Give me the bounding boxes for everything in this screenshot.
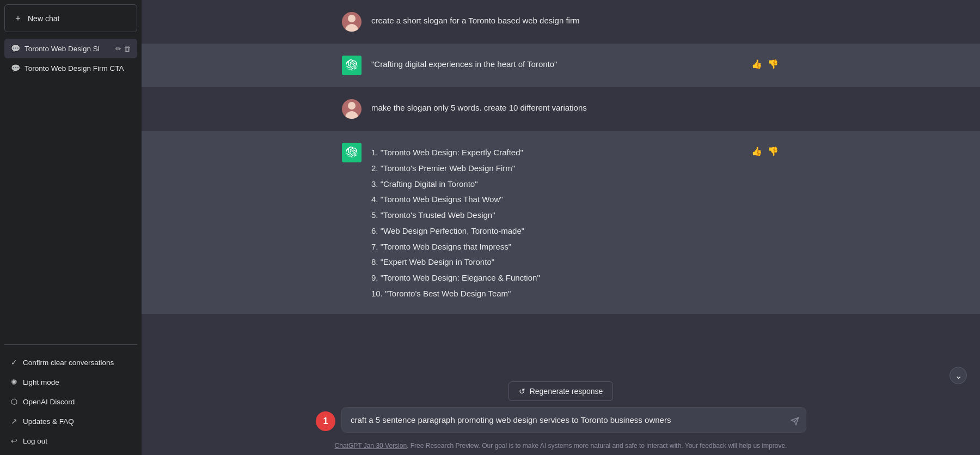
- chat-area: create a short slogan for a Toronto base…: [142, 0, 980, 375]
- delete-icon[interactable]: 🗑: [124, 45, 131, 53]
- chat-actions: ✏ 🗑: [115, 45, 131, 53]
- updates-faq-action[interactable]: ↗ Updates & FAQ: [4, 411, 137, 431]
- slogan-item-8: 8. "Expert Web Design in Toronto": [371, 254, 780, 270]
- light-mode-action[interactable]: ✺ Light mode: [4, 372, 137, 392]
- new-chat-label: New chat: [28, 14, 59, 23]
- slogan-item-9: 9. "Toronto Web Design: Elegance & Funct…: [371, 270, 780, 286]
- chat1-label: Toronto Web Design Sl: [24, 45, 111, 53]
- input-row: 1: [316, 408, 806, 439]
- thumbs-up-button-1[interactable]: 👍: [750, 58, 763, 70]
- thumbs-down-button-1[interactable]: 👎: [767, 58, 780, 70]
- chat-input-wrapper: [342, 408, 806, 434]
- sidebar: ＋ New chat 💬 Toronto Web Design Sl ✏ 🗑 💬…: [0, 0, 142, 455]
- thumbs-up-button-2[interactable]: 👍: [750, 145, 763, 157]
- message-row-assistant1: "Crafting digital experiences in the hea…: [142, 44, 980, 87]
- regenerate-label: Regenerate response: [530, 387, 603, 396]
- message-row-assistant2: 1. "Toronto Web Design: Expertly Crafted…: [142, 131, 980, 314]
- chat-input[interactable]: [342, 408, 806, 432]
- slogan-item-5: 5. "Toronto's Trusted Web Design": [371, 208, 780, 223]
- gpt-avatar: [342, 56, 362, 75]
- message-text-user2: make the slogan only 5 words. create 10 …: [371, 99, 780, 115]
- regenerate-row: ↺ Regenerate response: [168, 381, 954, 401]
- message-actions-1: 👍 👎: [750, 58, 780, 70]
- discord-label: OpenAI Discord: [23, 398, 75, 406]
- sun-icon: ✺: [11, 378, 17, 386]
- discord-icon: ⬡: [11, 397, 17, 406]
- message-actions-2: 👍 👎: [750, 145, 780, 157]
- user-avatar-2: [342, 99, 362, 119]
- slogan-item-10: 10. "Toronto's Best Web Design Team": [371, 286, 780, 302]
- thumbs-down-button-2[interactable]: 👎: [767, 145, 780, 157]
- scroll-to-bottom-button[interactable]: ⌄: [950, 367, 967, 384]
- slogan-item-1: 1. "Toronto Web Design: Expertly Crafted…: [371, 145, 780, 161]
- logout-icon: ↩: [11, 436, 17, 445]
- slogan-item-2: 2. "Toronto's Premier Web Design Firm": [371, 161, 780, 177]
- light-mode-label: Light mode: [23, 378, 59, 386]
- slogan-item-3: 3. "Crafting Digital in Toronto": [371, 177, 780, 192]
- regenerate-button[interactable]: ↺ Regenerate response: [509, 381, 614, 401]
- sidebar-bottom: ✓ Confirm clear conversations ✺ Light mo…: [0, 348, 142, 455]
- checkmark-icon: ✓: [11, 358, 17, 367]
- user-badge: 1: [316, 411, 335, 431]
- message-row-user1: create a short slogan for a Toronto base…: [142, 0, 980, 44]
- message-text-user1: create a short slogan for a Toronto base…: [371, 12, 780, 28]
- plus-icon: ＋: [14, 13, 22, 24]
- confirm-clear-action[interactable]: ✓ Confirm clear conversations: [4, 353, 137, 372]
- new-chat-button[interactable]: ＋ New chat: [4, 4, 137, 32]
- discord-action[interactable]: ⬡ OpenAI Discord: [4, 392, 137, 411]
- slogan-item-4: 4. "Toronto Web Designs That Wow": [371, 192, 780, 208]
- updates-faq-label: Updates & FAQ: [23, 417, 74, 426]
- message-text-assistant1: "Crafting digital experiences in the hea…: [371, 56, 780, 71]
- external-link-icon: ↗: [11, 417, 17, 426]
- send-button[interactable]: [791, 417, 799, 426]
- main-area: create a short slogan for a Toronto base…: [142, 0, 980, 455]
- message-row-user2: make the slogan only 5 words. create 10 …: [142, 87, 980, 131]
- sidebar-divider: [4, 344, 137, 345]
- chat-icon: 💬: [11, 44, 20, 53]
- chat-list: 💬 Toronto Web Design Sl ✏ 🗑 💬 Toronto We…: [0, 37, 142, 341]
- sidebar-item-chat1[interactable]: 💬 Toronto Web Design Sl ✏ 🗑: [4, 39, 137, 58]
- footer-text: ChatGPT Jan 30 Version. Free Research Pr…: [168, 439, 954, 455]
- chatgpt-version-link[interactable]: ChatGPT Jan 30 Version: [335, 442, 407, 450]
- log-out-action[interactable]: ↩ Log out: [4, 431, 137, 451]
- gpt-avatar-2: [342, 143, 362, 162]
- regenerate-icon: ↺: [519, 387, 525, 396]
- chat2-label: Toronto Web Design Firm CTA: [24, 64, 131, 72]
- slogan-item-7: 7. "Toronto Web Designs that Impress": [371, 239, 780, 255]
- bottom-area: ↺ Regenerate response 1 ChatGPT Jan 30 V…: [142, 375, 980, 455]
- user-avatar: [342, 12, 362, 32]
- confirm-clear-label: Confirm clear conversations: [23, 359, 114, 367]
- edit-icon[interactable]: ✏: [115, 45, 121, 53]
- message-slogans: 1. "Toronto Web Design: Expertly Crafted…: [371, 143, 780, 302]
- sidebar-item-chat2[interactable]: 💬 Toronto Web Design Firm CTA: [4, 58, 137, 78]
- slogan-item-6: 6. "Web Design Perfection, Toronto-made": [371, 223, 780, 239]
- log-out-label: Log out: [23, 437, 47, 445]
- chat-icon-2: 💬: [11, 64, 20, 72]
